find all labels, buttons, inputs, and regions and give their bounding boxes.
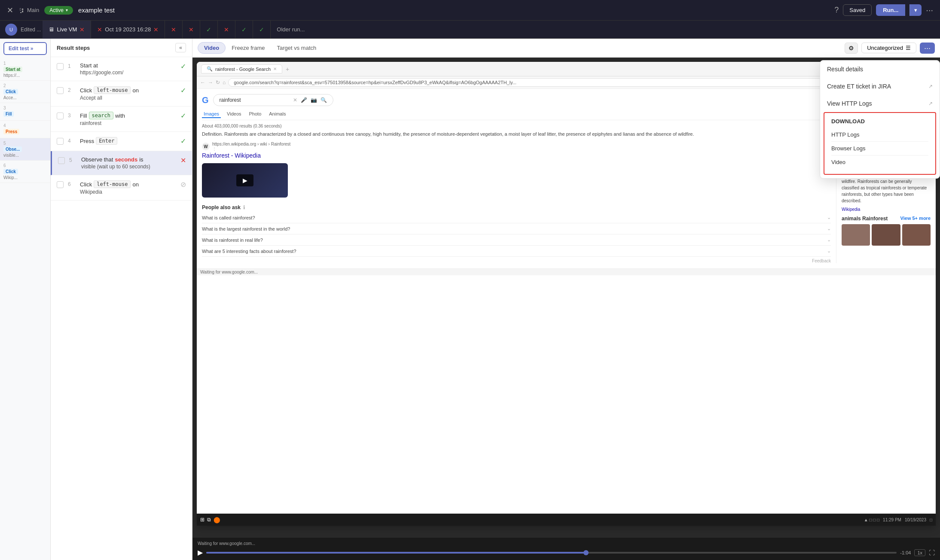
active-label: Active [49, 7, 64, 13]
nav-home-icon[interactable]: ⌂ [223, 79, 226, 85]
settings-button[interactable]: ⚙ [845, 43, 858, 54]
tab-target-vs-match[interactable]: Target vs match [271, 43, 322, 53]
search-tab-animals[interactable]: Animals [267, 110, 287, 118]
paa-q3[interactable]: What is rainforest in real life?⌄ [202, 234, 831, 246]
step-status-2: ✓ [180, 86, 186, 94]
view-more-link[interactable]: View 5+ more [900, 216, 931, 222]
step-item-3[interactable]: 3 Fill search with rainforest ✓ [51, 107, 192, 132]
dropdown-create-jira[interactable]: Create ET ticket in JIRA ↗ [820, 78, 940, 95]
run-tab-date[interactable]: ✕ Oct 19 2023 16:28 ✕ [91, 21, 165, 39]
left-step-badge-4: Press [3, 129, 19, 134]
left-step-5[interactable]: 5 Obse... visible... [0, 138, 50, 161]
check-icon-3: ✓ [180, 112, 186, 119]
windows-icon[interactable]: ⊞ [200, 517, 204, 523]
left-step-3[interactable]: 3 Fill [0, 103, 50, 121]
left-step-6[interactable]: 6 Click Wikip... [0, 161, 50, 183]
speed-button[interactable]: 1x [914, 549, 925, 556]
search-clear-icon[interactable]: ✕ [293, 97, 297, 103]
left-step-2[interactable]: 2 Click Acce... [0, 81, 50, 103]
close-icon[interactable]: ✕ [7, 6, 13, 15]
fullscreen-button[interactable]: ⛶ [929, 549, 935, 556]
dropdown-view-http[interactable]: View HTTP Logs ↗ [820, 95, 940, 112]
collapse-button[interactable]: « [175, 43, 186, 52]
run-tab-check1[interactable]: ✓ [200, 21, 218, 39]
run-button[interactable]: Run... [876, 4, 905, 16]
play-icon: ▶ [243, 177, 247, 184]
tab-close-icon[interactable]: ✕ [273, 67, 277, 71]
nav-reload-icon[interactable]: ↻ [216, 79, 220, 85]
step-target-6: Wikipedia [80, 189, 176, 195]
left-step-4[interactable]: 4 Press [0, 121, 50, 138]
tab-video[interactable]: Video [198, 42, 226, 54]
step-checkbox-1[interactable] [57, 63, 64, 70]
run-tab-x5[interactable]: ✕ [218, 21, 235, 39]
nav-forward-icon[interactable]: → [208, 79, 213, 85]
new-tab-icon[interactable]: + [286, 66, 289, 73]
play-button-overlay[interactable]: ▶ [236, 174, 253, 186]
search-tab-videos[interactable]: Videos [225, 110, 243, 118]
download-browser-logs[interactable]: Browser Logs [831, 142, 928, 155]
taskbar-left: ⊞ ⧉ ⬤ [200, 516, 220, 523]
right-toolbar: Video Freeze frame Target vs match ⚙ Unc… [192, 39, 940, 58]
step-item-4[interactable]: 4 Press Enter ✓ [51, 132, 192, 151]
taskview-icon[interactable]: ⧉ [207, 517, 211, 523]
step-checkbox-3[interactable] [57, 113, 64, 119]
run-tab-x4[interactable]: ✕ [183, 21, 200, 39]
left-step-text-1: https://... [3, 73, 47, 78]
wiki-title-link[interactable]: Rainforest - Wikipedia [202, 152, 831, 159]
run-date-label: Oct 19 2023 16:28 [105, 26, 151, 33]
saved-button[interactable]: Saved [843, 4, 872, 16]
run-dropdown-button[interactable]: ▾ [909, 4, 922, 16]
paa-q1[interactable]: What is called rainforest?⌄ [202, 212, 831, 223]
older-runs-label[interactable]: Older run... [271, 26, 311, 33]
browser-tab[interactable]: 🔍 rainforest - Google Search ✕ [201, 64, 282, 73]
more-options-button[interactable]: ··· [926, 5, 933, 15]
chrome-icon[interactable]: ⬤ [214, 516, 220, 523]
paa-q4[interactable]: What are 5 interesting facts about rainf… [202, 246, 831, 257]
tab-freeze-frame[interactable]: Freeze frame [226, 43, 271, 53]
run-tab-live-vm[interactable]: 🖥 Live VM ✕ [43, 21, 91, 39]
check-icon-2: ✓ [180, 87, 186, 94]
search-tab-photo[interactable]: Photo [247, 110, 263, 118]
edit-test-button[interactable]: Edit test » [3, 42, 47, 55]
download-http-logs[interactable]: HTTP Logs [831, 128, 928, 142]
download-video[interactable]: Video [831, 155, 928, 169]
wiki-sidebar-link[interactable]: Wikipedia [842, 207, 860, 212]
video-thumbnail[interactable]: ▶ [202, 163, 288, 198]
run-tab-check3[interactable]: ✓ [253, 21, 271, 39]
lens-icon[interactable]: 📷 [311, 97, 317, 103]
animal-thumb-1[interactable] [842, 224, 870, 246]
dropdown-result-details[interactable]: Result details [820, 61, 940, 78]
active-badge[interactable]: Active ▾ [44, 6, 73, 15]
step-checkbox-2[interactable] [57, 87, 64, 94]
paa-q2[interactable]: What is the largest rainforest in the wo… [202, 223, 831, 234]
notification-icon[interactable]: □ [930, 517, 932, 522]
left-step-1[interactable]: 1 Start at https://... [0, 58, 50, 81]
step-item-6[interactable]: 6 Click left-mouse on Wikipedia ⊘ [51, 175, 192, 201]
result-steps-title: Result steps [57, 45, 90, 51]
step-item-5[interactable]: 5 Observe that seconds is visible (wait … [51, 151, 192, 175]
search-tab-images[interactable]: Images [202, 110, 221, 118]
play-pause-button[interactable]: ▶ [198, 548, 203, 557]
run-tab-check2[interactable]: ✓ [235, 21, 253, 39]
help-button[interactable]: ? [834, 6, 839, 15]
search-result-definition: Definition. Rainforests are characterize… [202, 131, 831, 137]
step-checkbox-5[interactable] [58, 157, 65, 164]
run-tab-x3[interactable]: ✕ [165, 21, 183, 39]
animal-thumb-3[interactable] [902, 224, 931, 246]
nav-back-icon[interactable]: ← [200, 79, 205, 85]
step-item-2[interactable]: 2 Click left-mouse on Accept all ✓ [51, 81, 192, 107]
animal-thumb-2[interactable] [872, 224, 900, 246]
step-tag-mouse-6: left-mouse [94, 180, 131, 188]
step-checkbox-4[interactable] [57, 138, 64, 145]
step-item-1[interactable]: 1 Start at https://google.com/ ✓ [51, 57, 192, 81]
more-menu-button[interactable]: ··· [920, 43, 935, 54]
animals-section: animals Rainforest View 5+ more [842, 216, 931, 246]
video-progress-bar[interactable] [206, 552, 897, 554]
left-step-badge-2: Click [3, 89, 18, 94]
uncategorized-button[interactable]: Uncategorized ☰ [861, 43, 916, 53]
mic-icon[interactable]: 🎤 [301, 97, 307, 103]
search-go-icon[interactable]: 🔍 [320, 97, 327, 103]
search-result-wikipedia: W https://en.wikipedia.org › wiki › Rain… [202, 142, 831, 159]
step-checkbox-6[interactable] [57, 181, 64, 188]
